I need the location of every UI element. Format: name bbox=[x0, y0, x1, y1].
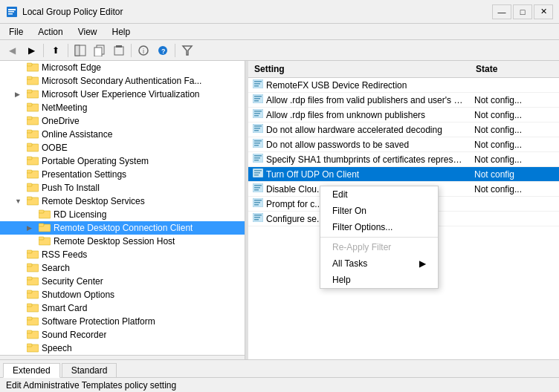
svg-rect-2 bbox=[8, 11, 14, 13]
tree-item[interactable]: Portable Operating System bbox=[0, 154, 245, 168]
toolbar-copy[interactable] bbox=[91, 42, 109, 59]
tree-item[interactable]: ▼ Remote Desktop Services bbox=[0, 195, 245, 208]
settings-row[interactable]: RemoteFX USB Device Redirection bbox=[248, 78, 559, 93]
settings-cell-state: Not config... bbox=[470, 93, 559, 107]
settings-row[interactable]: Turn Off UDP On Client Not config bbox=[248, 167, 559, 182]
toolbar-filter[interactable] bbox=[178, 42, 196, 59]
svg-rect-66 bbox=[254, 100, 259, 102]
tree-item[interactable]: Speech bbox=[0, 342, 245, 355]
toolbar-paste[interactable] bbox=[110, 42, 128, 59]
minimize-button[interactable]: — bbox=[492, 4, 511, 19]
svg-rect-64 bbox=[254, 96, 262, 97]
svg-rect-46 bbox=[27, 264, 32, 267]
svg-rect-1 bbox=[8, 9, 16, 10]
settings-cell-name: RemoteFX USB Device Redirection bbox=[248, 78, 470, 92]
svg-rect-97 bbox=[254, 217, 260, 218]
window-title: Local Group Policy Editor bbox=[22, 7, 123, 17]
settings-row[interactable]: Do not allow passwords to be saved Not c… bbox=[248, 137, 559, 152]
folder-icon bbox=[27, 249, 39, 261]
toolbar-back[interactable]: ◀ bbox=[3, 42, 21, 59]
tree-item[interactable]: Shutdown Options bbox=[0, 288, 245, 301]
tree-item[interactable]: Software Protection Platform bbox=[0, 315, 245, 328]
svg-rect-20 bbox=[27, 90, 32, 93]
setting-name: Do not allow passwords to be saved bbox=[266, 140, 409, 150]
svg-rect-42 bbox=[39, 237, 44, 240]
tree-item-label: Microsoft User Experience Virtualization bbox=[42, 89, 200, 99]
tree-item[interactable]: Online Assistance bbox=[0, 128, 245, 141]
tree-item[interactable]: Smart Card bbox=[0, 301, 245, 315]
tree-item[interactable]: RSS Feeds bbox=[0, 248, 245, 261]
toolbar-show-hide[interactable] bbox=[71, 42, 89, 59]
svg-rect-89 bbox=[254, 187, 260, 189]
window-controls: — □ ✕ bbox=[492, 4, 553, 19]
tree-item[interactable]: Sound Recorder bbox=[0, 328, 245, 342]
svg-marker-14 bbox=[183, 46, 192, 55]
menu-item-label: Edit bbox=[332, 189, 348, 200]
tree-item[interactable]: Presentation Settings bbox=[0, 168, 245, 181]
settings-row[interactable]: Do not allow hardware accelerated decodi… bbox=[248, 122, 559, 137]
settings-row[interactable]: Allow .rdp files from unknown publishers… bbox=[248, 108, 559, 122]
svg-text:?: ? bbox=[161, 48, 166, 55]
context-menu-item-help[interactable]: Help bbox=[320, 272, 438, 288]
menu-action[interactable]: Action bbox=[32, 25, 68, 39]
settings-row[interactable]: Specify SHA1 thumbprints of certificates… bbox=[248, 152, 559, 167]
toolbar-sep-1 bbox=[43, 44, 44, 57]
svg-rect-52 bbox=[27, 304, 32, 307]
setting-name: RemoteFX USB Device Redirection bbox=[266, 80, 407, 91]
settings-row[interactable]: Allow .rdp files from valid publishers a… bbox=[248, 93, 559, 108]
svg-rect-32 bbox=[27, 170, 32, 173]
menu-file[interactable]: File bbox=[3, 25, 29, 39]
svg-rect-30 bbox=[27, 157, 32, 160]
toolbar-sep-2 bbox=[68, 44, 68, 57]
toolbar-properties[interactable]: i bbox=[135, 42, 152, 59]
toolbar: ◀ ▶ ⬆ i ? bbox=[0, 40, 559, 61]
app-icon bbox=[6, 6, 18, 18]
context-menu-item-re-apply-filter: Re-Apply Filter bbox=[320, 239, 438, 255]
toolbar-up[interactable]: ⬆ bbox=[47, 42, 65, 59]
tree-item[interactable]: OneDrive bbox=[0, 114, 245, 128]
toolbar-help[interactable]: ? bbox=[154, 42, 172, 59]
context-menu-item-filter-on[interactable]: Filter On bbox=[320, 203, 438, 219]
tree-item-label: Microsoft Edge bbox=[42, 62, 101, 73]
context-menu-item-all-tasks[interactable]: All Tasks ▶ bbox=[320, 255, 438, 272]
tree-item[interactable]: Microsoft Edge bbox=[0, 61, 245, 74]
context-menu-item-filter-options...[interactable]: Filter Options... bbox=[320, 219, 438, 235]
tree-item[interactable]: Microsoft Secondary Authentication Fa... bbox=[0, 74, 245, 88]
tree-item-label: Remote Desktop Services bbox=[42, 196, 145, 206]
folder-icon bbox=[27, 195, 39, 208]
horizontal-scrollbar[interactable] bbox=[0, 355, 245, 359]
tree-item[interactable]: RD Licensing bbox=[0, 208, 245, 221]
settings-cell-state: Not config... bbox=[470, 108, 559, 122]
tree-item[interactable]: ▶ Remote Desktop Connection Client bbox=[0, 221, 245, 235]
tree-item[interactable]: Remote Desktop Session Host bbox=[0, 235, 245, 248]
tab-standard[interactable]: Standard bbox=[62, 363, 117, 377]
tree-item[interactable]: ▶ Microsoft User Experience Virtualizati… bbox=[0, 88, 245, 101]
context-menu-separator bbox=[320, 237, 438, 238]
tree-item[interactable]: NetMeeting bbox=[0, 101, 245, 114]
svg-rect-26 bbox=[27, 130, 32, 133]
maximize-button[interactable]: □ bbox=[513, 4, 532, 19]
svg-rect-50 bbox=[27, 290, 32, 293]
tab-extended[interactable]: Extended bbox=[3, 363, 60, 378]
folder-icon bbox=[27, 289, 39, 301]
tree-panel: Microsoft Edge Microsoft Secondary Authe… bbox=[0, 61, 245, 359]
setting-name: Turn Off UDP On Client bbox=[266, 169, 359, 180]
context-menu-item-edit[interactable]: Edit bbox=[320, 186, 438, 203]
toolbar-sep-3 bbox=[131, 44, 132, 57]
settings-cell-state: Not config... bbox=[470, 182, 559, 196]
tree-item-label: Smart Card bbox=[42, 303, 87, 313]
close-button[interactable]: ✕ bbox=[534, 4, 553, 19]
tree-item[interactable]: OOBE bbox=[0, 141, 245, 154]
tree-item-label: RSS Feeds bbox=[42, 249, 87, 260]
svg-rect-78 bbox=[254, 145, 259, 146]
toolbar-forward[interactable]: ▶ bbox=[22, 42, 40, 59]
tree-item[interactable]: Security Center bbox=[0, 275, 245, 288]
status-bar: Edit Administrative Templates policy set… bbox=[0, 377, 559, 392]
tree-item[interactable]: Push To Install bbox=[0, 181, 245, 195]
folder-icon bbox=[27, 75, 39, 88]
menu-help[interactable]: Help bbox=[106, 25, 137, 39]
settings-cell-state: Not config bbox=[470, 167, 559, 181]
tree-item[interactable]: Search bbox=[0, 261, 245, 275]
menu-view[interactable]: View bbox=[72, 25, 103, 39]
setting-name: Allow .rdp files from unknown publishers bbox=[266, 110, 425, 120]
